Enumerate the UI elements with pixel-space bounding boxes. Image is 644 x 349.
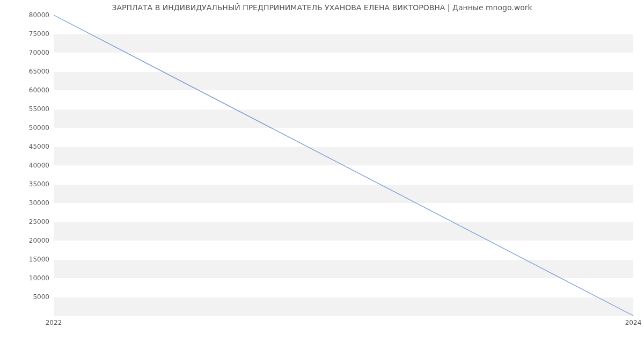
y-tick-label: 50000: [17, 124, 49, 132]
y-tick-label: 35000: [17, 180, 49, 188]
y-tick-label: 10000: [17, 274, 49, 282]
y-tick-label: 30000: [17, 199, 49, 207]
y-tick-label: 40000: [17, 162, 49, 169]
y-tick-label: 65000: [17, 68, 49, 75]
y-tick-label: 55000: [17, 105, 49, 113]
y-tick-label: 15000: [17, 256, 49, 263]
salary-line-chart: ЗАРПЛАТА В ИНДИВИДУАЛЬНЫЙ ПРЕДПРИНИМАТЕЛ…: [0, 0, 644, 349]
y-tick-label: 75000: [17, 30, 49, 38]
y-tick-label: 60000: [17, 86, 49, 94]
y-tick-label: 20000: [17, 237, 49, 244]
y-tick-label: 80000: [17, 11, 49, 19]
data-line: [54, 15, 633, 316]
chart-title: ЗАРПЛАТА В ИНДИВИДУАЛЬНЫЙ ПРЕДПРИНИМАТЕЛ…: [0, 3, 644, 12]
y-tick-label: 70000: [17, 49, 49, 56]
x-tick-label: 2022: [46, 319, 62, 326]
plot-area: [54, 15, 633, 316]
y-tick-label: 25000: [17, 218, 49, 226]
y-tick-label: 45000: [17, 143, 49, 150]
y-tick-label: 5000: [17, 293, 49, 301]
line-layer: [54, 15, 633, 316]
x-tick-label: 2024: [625, 319, 642, 326]
